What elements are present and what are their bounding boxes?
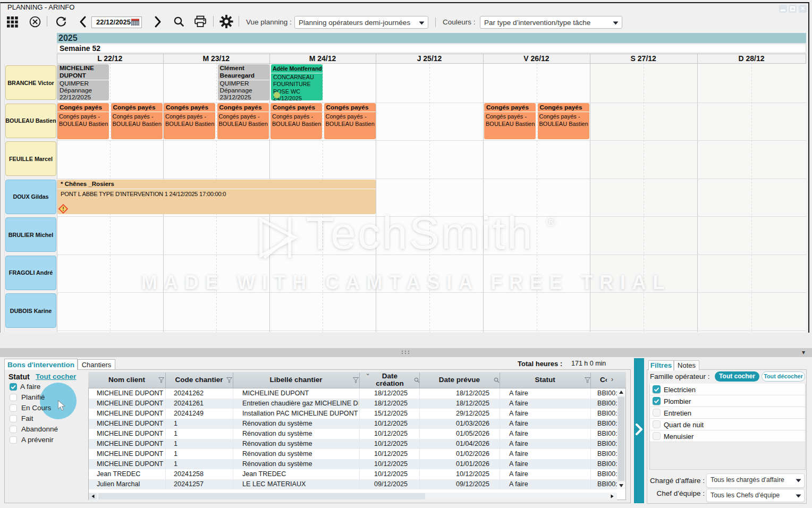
svg-text:!: !	[62, 206, 64, 212]
